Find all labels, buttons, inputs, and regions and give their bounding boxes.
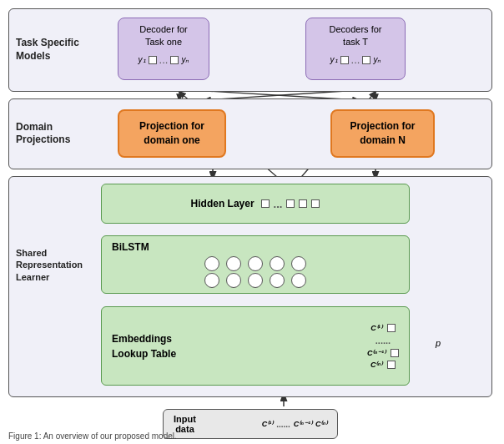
domain-section: Domain Projections Projection for domain… (8, 98, 492, 169)
hl-node4 (311, 199, 320, 208)
y1-label2: y₁ (330, 54, 338, 66)
lstm-node-f3 (248, 256, 263, 271)
projection2-box: Projection for domain N (330, 109, 435, 158)
emb-sq3 (387, 361, 396, 369)
cn1-label1: C⁽ⁿ⁻¹⁾ (367, 349, 386, 357)
yn-label2: yₙ (373, 54, 381, 66)
lstm-node-b4 (270, 273, 285, 288)
node-sq1 (149, 56, 157, 64)
task-section-label: Task Specific Models (16, 37, 87, 63)
decoder2-box: Decoders for task T y₁ ... yₙ (305, 18, 406, 80)
decoder1-label: Decoder for Task one (139, 24, 187, 47)
hl-node3 (299, 199, 307, 208)
p-label: p (436, 338, 441, 348)
dots1: ... (159, 53, 169, 68)
node-sq3 (340, 56, 349, 64)
cn-input: C⁽ⁿ⁾ (315, 420, 327, 428)
hidden-layer-box: Hidden Layer ... (101, 184, 410, 224)
y1-label: y₁ (139, 54, 146, 66)
lstm-node-b3 (248, 273, 263, 288)
hidden-layer-label: Hidden Layer (191, 198, 255, 209)
lstm-node-f4 (270, 256, 285, 271)
cn1-input: C⁽ⁿ⁻¹⁾ (294, 420, 312, 428)
lstm-node-f2 (226, 256, 241, 271)
emb-sq2 (391, 349, 399, 357)
lstm-node-b5 (291, 273, 306, 288)
hl-dots: ... (274, 198, 283, 210)
c1-label1: C⁽¹⁾ (370, 324, 382, 332)
embeddings-box: Embeddings Lookup Table C⁽¹⁾ ...... C⁽ⁿ⁻… (101, 306, 410, 386)
projection2-label: Projection for domain N (350, 119, 415, 148)
lstm-node-f1 (204, 256, 219, 271)
c1-input: C⁽¹⁾ (262, 420, 274, 428)
projection1-box: Projection for domain one (118, 109, 226, 158)
bilstm-label: BiLSTM (105, 241, 406, 253)
input-dots: ...... (276, 420, 290, 429)
dots2: ... (351, 53, 360, 68)
node-sq2 (170, 56, 179, 64)
yn-label1: yₙ (181, 54, 189, 66)
shared-section-label: Shared Representation Learner (16, 247, 87, 283)
node-sq4 (362, 56, 370, 64)
cn-label1: C⁽ⁿ⁾ (370, 361, 382, 369)
task-section: Task Specific Models Decoder for Task on… (8, 8, 492, 92)
emb-dots: ...... (375, 336, 391, 346)
lstm-node-b2 (226, 273, 241, 288)
shared-section: Shared Representation Learner Hidden Lay… (8, 176, 492, 397)
diagram-container: Task Specific Models Decoder for Task on… (0, 0, 504, 444)
hl-node1 (261, 199, 270, 208)
figure-caption: Figure 1: An overview of our proposed mo… (8, 431, 496, 441)
decoder2-label: Decoders for task T (330, 24, 382, 47)
lstm-node-b1 (204, 273, 219, 288)
hl-node2 (286, 199, 295, 208)
emb-sq1 (387, 324, 396, 332)
bilstm-box: BiLSTM (101, 235, 410, 294)
projection1-label: Projection for domain one (139, 119, 204, 148)
decoder1-box: Decoder for Task one y₁ ... yₙ (118, 18, 209, 80)
domain-section-label: Domain Projections (16, 121, 87, 147)
embeddings-label: Embeddings Lookup Table (112, 331, 176, 361)
lstm-node-f5 (291, 256, 306, 271)
